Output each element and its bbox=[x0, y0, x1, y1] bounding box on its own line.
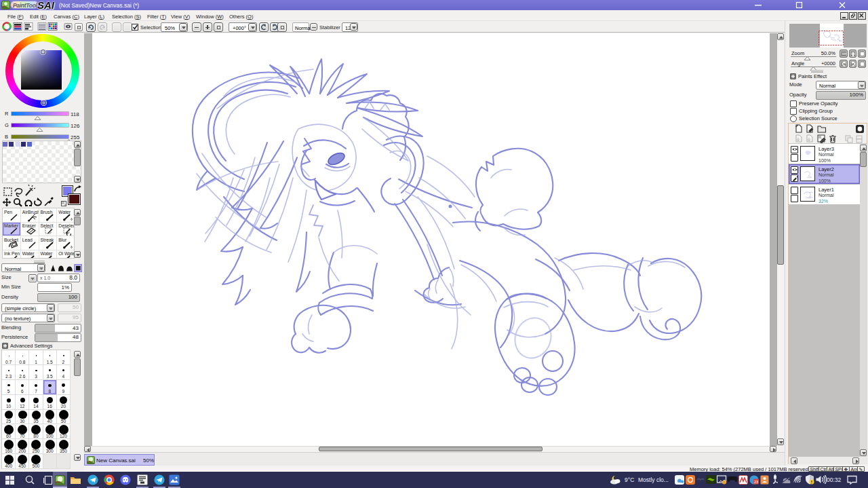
svg-text:23: 23 bbox=[754, 479, 758, 483]
